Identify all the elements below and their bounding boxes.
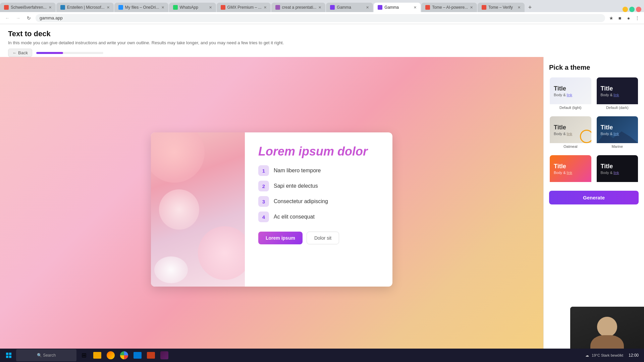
- theme-card-oatmeal[interactable]: Title Body & link Oatmeal: [549, 116, 592, 150]
- theme-grid: Title Body & link Default (light) Title …: [549, 77, 639, 185]
- blob-4: [154, 256, 188, 283]
- nav-icons: ★ ■ ● ⋮: [608, 15, 641, 21]
- forward-nav-button[interactable]: →: [14, 14, 22, 22]
- back-button[interactable]: ← Back: [8, 49, 32, 57]
- tab-label-8: Gamma: [384, 5, 412, 10]
- tab-2[interactable]: Erstellen | Microsof... ✕: [56, 3, 114, 12]
- taskbar-clock: 12:00: [629, 353, 639, 358]
- theme-link-oatmeal: link: [567, 132, 573, 136]
- theme-body-dark: Body & link: [601, 93, 634, 97]
- address-text: gamma.app: [40, 15, 63, 20]
- tab-close-5[interactable]: ✕: [264, 5, 267, 10]
- tab-close-1[interactable]: ✕: [49, 5, 52, 10]
- theme-body-dark2: Body & link: [601, 171, 634, 175]
- slide-list: 1 Nam libero tempore 2 Sapi ente delectu…: [258, 165, 379, 222]
- tab-9[interactable]: Tome – AI-powere... ✕: [421, 3, 477, 12]
- tab-3[interactable]: My files – OneDri... ✕: [114, 3, 168, 12]
- tab-close-3[interactable]: ✕: [161, 5, 164, 10]
- list-item: 2 Sapi ente delectus: [258, 181, 379, 191]
- minimize-button[interactable]: [623, 7, 628, 12]
- back-label: Back: [18, 50, 28, 55]
- taskbar: 🔍 Search ⊞ ☁ 19°C Stark bewölkt 12:00: [0, 349, 644, 362]
- taskbar-file-explorer[interactable]: [91, 349, 103, 361]
- theme-title-dark2: Title: [601, 163, 634, 170]
- taskbar-powerpoint[interactable]: [145, 349, 157, 361]
- page-title: Text to deck: [8, 29, 636, 38]
- taskbar-slack[interactable]: [158, 349, 170, 361]
- theme-body-marine: Body & link: [601, 132, 634, 136]
- tab-close-4[interactable]: ✕: [209, 5, 212, 10]
- theme-preview-dark: Title Body & link: [597, 77, 638, 104]
- svg-rect-3: [9, 356, 11, 358]
- settings-icon[interactable]: ⋮: [634, 15, 641, 21]
- tab-close-10[interactable]: ✕: [518, 5, 521, 10]
- taskbar-outlook[interactable]: [131, 349, 144, 361]
- theme-card-marine[interactable]: Title Body & link Marine: [596, 116, 639, 150]
- tab-4[interactable]: WhatsApp ✕: [169, 3, 216, 12]
- tab-label-4: WhatsApp: [180, 5, 207, 10]
- theme-body-oatmeal: Body & link: [554, 132, 587, 136]
- tab-close-9[interactable]: ✕: [470, 5, 473, 10]
- tab-close-7[interactable]: ✕: [366, 5, 369, 10]
- maximize-button[interactable]: [629, 7, 635, 12]
- extension-icon[interactable]: ■: [616, 15, 623, 21]
- tab-bar: Schweißverfahren... ✕ Erstellen | Micros…: [0, 0, 644, 12]
- theme-card-dark2[interactable]: Title Body & link: [596, 155, 639, 185]
- tab-close-8[interactable]: ✕: [414, 5, 417, 10]
- list-text-2: Sapi ente delectus: [274, 183, 318, 189]
- slide-secondary-button[interactable]: Dolor sit: [307, 232, 339, 244]
- person-head: [597, 317, 617, 337]
- tab-close-6[interactable]: ✕: [318, 5, 321, 10]
- slide-primary-button[interactable]: Lorem ipsum: [258, 232, 303, 244]
- theme-preview-light: Title Body & link: [550, 77, 591, 104]
- tab-8[interactable]: Gamma ✕: [374, 3, 421, 12]
- theme-card-default-dark[interactable]: Title Body & link Default (dark): [596, 77, 639, 112]
- taskbar-search-button[interactable]: 🔍 Search: [16, 349, 76, 361]
- blob-2: [198, 226, 245, 280]
- blob-3: [159, 189, 199, 230]
- theme-title-oatmeal: Title: [554, 124, 587, 131]
- app-header: Text to deck In this mode you can give d…: [0, 24, 644, 45]
- theme-title-dark: Title: [601, 85, 634, 92]
- tab-close-2[interactable]: ✕: [107, 5, 110, 10]
- address-bar[interactable]: gamma.app: [36, 14, 605, 22]
- theme-body-light: Body & link: [554, 93, 587, 97]
- back-nav-button[interactable]: ←: [3, 14, 11, 22]
- taskbar-start-button[interactable]: [3, 349, 15, 361]
- taskbar-firefox[interactable]: [105, 349, 117, 361]
- list-item: 3 Consectetur adipiscing: [258, 196, 379, 207]
- number-badge-3: 3: [258, 196, 269, 207]
- theme-title-vibrant: Title: [554, 163, 587, 170]
- tab-favicon-8: [378, 5, 382, 10]
- tab-6[interactable]: creat a presentati... ✕: [271, 3, 326, 12]
- theme-card-vibrant[interactable]: Title Body & link: [549, 155, 592, 185]
- theme-preview-oatmeal: Title Body & link: [550, 116, 591, 143]
- theme-card-default-light[interactable]: Title Body & link Default (light): [549, 77, 592, 112]
- tab-7[interactable]: Gamma ✕: [326, 3, 373, 12]
- tab-favicon-6: [275, 5, 280, 10]
- theme-panel-title: Pick a theme: [549, 64, 639, 71]
- tab-1[interactable]: Schweißverfahren... ✕: [0, 3, 56, 12]
- tab-5[interactable]: GMX Premium – ... ✕: [217, 3, 271, 12]
- reload-button[interactable]: ↻: [25, 14, 33, 22]
- taskbar-chrome[interactable]: [118, 349, 130, 361]
- list-text-1: Nam libero tempore: [274, 168, 321, 174]
- new-tab-button[interactable]: +: [525, 3, 535, 12]
- theme-label-oatmeal: Oatmeal: [550, 143, 591, 150]
- bookmark-icon[interactable]: ★: [608, 15, 614, 21]
- taskbar-apps-button[interactable]: ⊞: [78, 349, 90, 361]
- theme-title-light: Title: [554, 85, 587, 92]
- slide-title: Lorem ipsum dolor: [258, 144, 379, 159]
- profile-icon[interactable]: ●: [625, 15, 632, 21]
- back-arrow-icon: ←: [12, 50, 17, 55]
- theme-label-marine: Marine: [597, 143, 638, 150]
- close-button[interactable]: [636, 7, 641, 12]
- tab-favicon-2: [60, 5, 65, 10]
- page-subtitle: In this mode you can give detailed instr…: [8, 40, 636, 45]
- tab-10[interactable]: Tome – Verify ✕: [478, 3, 525, 12]
- theme-link-marine: link: [613, 132, 619, 136]
- slide-buttons: Lorem ipsum Dolor sit: [258, 232, 379, 244]
- theme-preview-vibrant: Title Body & link: [550, 155, 591, 182]
- svg-rect-0: [6, 353, 8, 355]
- generate-button[interactable]: Generate: [549, 191, 639, 204]
